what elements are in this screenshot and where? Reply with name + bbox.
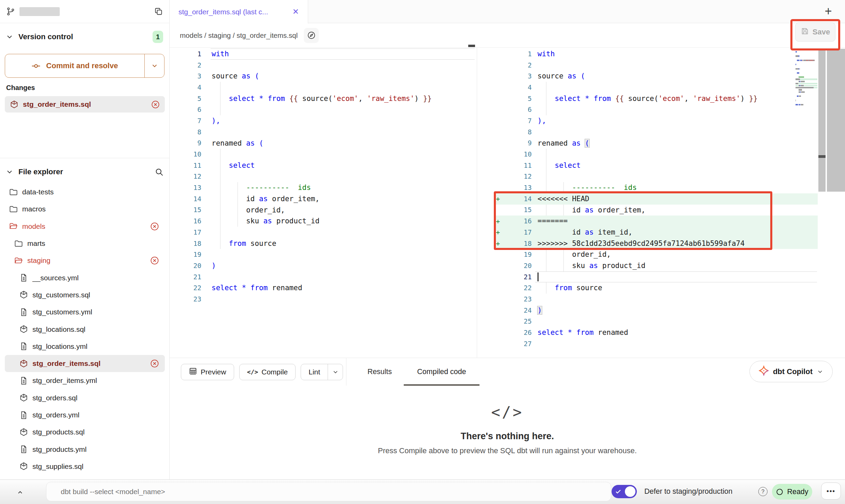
lineage-compass-icon[interactable] — [304, 28, 319, 43]
code-line-15[interactable]: 15 order_id, — [170, 205, 477, 216]
new-tab-button[interactable]: + — [821, 4, 835, 18]
code-line-23[interactable]: 23 — [170, 294, 477, 305]
code-line-17[interactable]: 17 — [170, 227, 477, 238]
file-item-stg_order_items.sql[interactable]: stg_order_items.sql — [5, 355, 165, 372]
code-line-16[interactable]: 16 sku as product_id — [170, 216, 477, 227]
left-pane-scrollbar-thumb[interactable] — [468, 45, 475, 47]
code-line-1[interactable]: 1with — [170, 48, 477, 60]
file-item-stg_orders.sql[interactable]: stg_orders.sql — [5, 389, 165, 406]
discard-icon[interactable] — [150, 256, 159, 265]
file-item-stg_products.yml[interactable]: stg_products.yml — [5, 441, 165, 458]
code-line-16[interactable]: +16======= — [477, 216, 845, 227]
minimap[interactable] — [796, 51, 817, 108]
collapse-panel-button[interactable] — [14, 486, 27, 499]
file-item-models[interactable]: models — [5, 218, 165, 235]
code-line-6[interactable]: 6 — [170, 104, 477, 115]
file-item-stg_customers.yml[interactable]: stg_customers.yml — [5, 303, 165, 321]
tab-stg-order-items[interactable]: stg_order_items.sql (last c... ✕ — [170, 0, 308, 24]
code-line-10[interactable]: 10 — [170, 149, 477, 160]
file-item-stg_supplies.sql[interactable]: stg_supplies.sql — [5, 458, 165, 475]
file-item-stg_locations.yml[interactable]: stg_locations.yml — [5, 338, 165, 355]
commit-and-resolve-button[interactable]: Commit and resolve — [5, 54, 164, 78]
code-line-22[interactable]: 22 from source — [477, 282, 845, 294]
save-button[interactable]: Save — [795, 23, 835, 42]
code-line-20[interactable]: 20) — [170, 260, 477, 271]
preview-button[interactable]: Preview — [181, 364, 234, 380]
code-line-8[interactable]: 8 — [170, 127, 477, 138]
file-item-__sources.yml[interactable]: __sources.yml — [5, 269, 165, 286]
discard-icon[interactable] — [151, 100, 160, 109]
file-item-stg_orders.yml[interactable]: stg_orders.yml — [5, 406, 165, 424]
search-icon[interactable] — [155, 167, 164, 177]
code-line-19[interactable]: 19 order_id, — [477, 249, 845, 260]
code-line-18[interactable]: 18 from source — [170, 238, 477, 249]
code-line-26[interactable]: 26select * from renamed — [477, 327, 845, 338]
code-line-9[interactable]: 9renamed as ( — [477, 138, 845, 149]
discard-icon[interactable] — [150, 222, 159, 231]
code-line-2[interactable]: 2 — [170, 60, 477, 71]
code-line-25[interactable]: 25 — [477, 316, 845, 327]
code-line-21[interactable]: 21 — [170, 271, 477, 283]
commit-options-caret[interactable] — [144, 54, 164, 77]
code-line-23[interactable]: 23 — [477, 294, 845, 305]
code-line-22[interactable]: 22select * from renamed — [170, 282, 477, 294]
code-line-4[interactable]: 4 — [170, 82, 477, 93]
code-line-11[interactable]: 11 select — [170, 160, 477, 171]
code-line-14[interactable]: 14 id as order_item, — [170, 193, 477, 205]
code-line-10[interactable]: 10 — [477, 149, 845, 160]
file-item-staging[interactable]: staging — [5, 252, 165, 269]
changed-file-row[interactable]: stg_order_items.sql — [5, 96, 165, 113]
tab-results[interactable]: Results — [358, 358, 401, 386]
file-item-macros[interactable]: macros — [5, 201, 165, 218]
code-line-7[interactable]: 7), — [170, 115, 477, 127]
code-line-11[interactable]: 11 select — [477, 160, 845, 171]
code-line-5[interactable]: 5 select * from {{ source('ecom', 'raw_i… — [477, 93, 845, 104]
code-line-8[interactable]: 8 — [477, 127, 845, 138]
code-line-2[interactable]: 2 — [477, 60, 845, 71]
file-item-stg_locations.sql[interactable]: stg_locations.sql — [5, 321, 165, 338]
editor-pane-original[interactable]: 1with23source as (45 select * from {{ so… — [170, 48, 477, 308]
code-line-3[interactable]: 3source as ( — [170, 71, 477, 82]
code-line-19[interactable]: 19 — [170, 249, 477, 260]
help-icon[interactable]: ? — [758, 487, 768, 496]
code-line-20[interactable]: 20 sku as product_id — [477, 260, 845, 271]
copy-icon[interactable] — [154, 7, 163, 16]
code-line-4[interactable]: 4 — [477, 82, 845, 93]
code-line-9[interactable]: 9renamed as ( — [170, 138, 477, 149]
editor-scrollbar[interactable] — [818, 49, 826, 192]
editor-pane-current[interactable]: 1with23source as (45 select * from {{ so… — [477, 48, 845, 352]
compile-button[interactable]: </> Compile — [239, 364, 296, 380]
defer-toggle[interactable] — [612, 485, 637, 498]
tab-compiled-code[interactable]: Compiled code — [404, 358, 479, 386]
code-line-13[interactable]: 13 ---------- ids — [477, 182, 845, 193]
lint-button[interactable]: Lint — [301, 364, 328, 380]
file-item-stg_products.sql[interactable]: stg_products.sql — [5, 424, 165, 441]
code-line-6[interactable]: 6 — [477, 104, 845, 115]
code-line-12[interactable]: 12 — [477, 171, 845, 182]
code-line-3[interactable]: 3source as ( — [477, 71, 845, 82]
code-line-21[interactable]: 21 — [477, 271, 845, 283]
code-line-14[interactable]: +14<<<<<<< HEAD — [477, 193, 845, 205]
code-line-24[interactable]: 24) — [477, 305, 845, 316]
version-control-section-header[interactable]: Version control 1 — [0, 29, 169, 44]
dbt-copilot-button[interactable]: dbt Copilot — [749, 361, 833, 382]
lint-options-caret[interactable] — [328, 364, 343, 380]
discard-icon[interactable] — [150, 359, 159, 368]
code-line-15[interactable]: 15 id as order_item, — [477, 205, 845, 216]
code-line-7[interactable]: 7), — [477, 115, 845, 127]
close-icon[interactable]: ✕ — [292, 7, 299, 16]
code-line-1[interactable]: 1with — [477, 48, 845, 60]
file-item-stg_customers.sql[interactable]: stg_customers.sql — [5, 286, 165, 303]
overflow-menu-button[interactable]: ••• — [821, 483, 841, 500]
file-item-marts[interactable]: marts — [5, 235, 165, 252]
code-line-12[interactable]: 12 — [170, 171, 477, 182]
minimap-slider[interactable] — [827, 49, 845, 192]
code-line-17[interactable]: +17 id as item_id, — [477, 227, 845, 238]
code-line-13[interactable]: 13 ---------- ids — [170, 182, 477, 193]
git-branch-icon[interactable] — [6, 7, 15, 16]
code-line-18[interactable]: +18>>>>>>> 58c1dd23d5eebd9cd2495fa7124ab… — [477, 238, 845, 249]
code-line-5[interactable]: 5 select * from {{ source('ecom', 'raw_i… — [170, 93, 477, 104]
file-item-data-tests[interactable]: data-tests — [5, 183, 165, 201]
code-line-27[interactable]: 27 — [477, 338, 845, 350]
file-explorer-section-header[interactable]: File explorer — [0, 164, 169, 180]
